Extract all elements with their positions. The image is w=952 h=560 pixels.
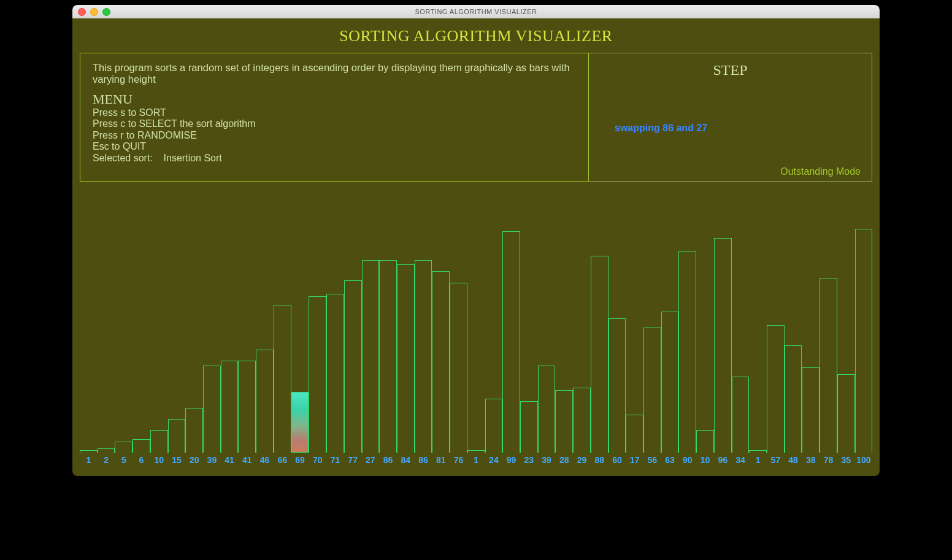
chart-col [432,271,450,453]
chart-col [573,388,591,453]
step-heading: STEP [601,62,859,79]
chart-bar [591,256,608,453]
chart-col [749,450,767,453]
chart-bar-label: 39 [538,455,556,465]
chart-bar [538,366,556,453]
chart-bar-label: 70 [309,455,326,465]
chart: 1256101520394141466669707177278684868176… [80,229,872,465]
chart-col [661,312,679,453]
menu-lines: Press s to SORT Press c to SELECT the so… [93,107,576,164]
chart-col [538,366,556,453]
step-message: swapping 86 and 27 [601,123,859,134]
chart-col [643,328,661,453]
chart-bar [855,229,873,453]
chart-col [238,361,256,453]
chart-bar-label: 46 [256,455,274,465]
chart-bar-label: 60 [608,455,626,465]
chart-bar [626,415,643,453]
chart-bar [185,408,203,453]
chart-bar [732,377,750,453]
chart-bar [291,392,309,453]
window-title: SORTING ALGORITHM VISUALIZER [72,8,880,15]
menu-line-randomise: Press r to RANDOMISE [93,130,576,141]
menu-heading: MENU [93,91,576,107]
chart-bar-label: 38 [802,455,820,465]
chart-col [379,260,397,453]
chart-bar [450,283,467,453]
chart-col [767,325,785,453]
chart-bar-label: 29 [573,455,591,465]
chart-bar-label: 76 [450,455,467,465]
chart-col [626,415,643,453]
chart-bar-label: 2 [98,455,115,465]
chart-col [150,430,168,453]
chart-bar-label: 35 [837,455,855,465]
chart-bar-label: 27 [362,455,380,465]
menu-panel: This program sorts a random set of integ… [80,53,589,182]
chart-col [502,231,520,453]
chart-col [608,318,626,453]
chart-bar-label: 15 [168,455,186,465]
chart-bar [785,345,802,453]
chart-bar-label: 66 [274,455,291,465]
chart-bar [326,294,344,453]
titlebar: SORTING ALGORITHM VISUALIZER [72,5,880,18]
app-title: SORTING ALGORITHM VISUALIZER [72,18,880,45]
chart-col [696,430,714,453]
chart-bar [344,280,362,453]
chart-bar [573,388,591,453]
chart-bar-label: 84 [397,455,415,465]
chart-col [80,450,98,453]
chart-col [185,408,203,453]
chart-col [309,296,326,453]
chart-col [855,229,873,453]
chart-col [450,283,467,453]
chart-col [256,350,274,453]
chart-bar-label: 48 [785,455,802,465]
chart-col [203,366,221,453]
chart-bar-label: 10 [150,455,168,465]
chart-bar [608,318,626,453]
chart-bar-label: 20 [185,455,203,465]
chart-bar-label: 5 [115,455,132,465]
chart-col [415,260,432,453]
info-panels: This program sorts a random set of integ… [80,53,872,182]
menu-line-quit: Esc to QUIT [93,141,576,152]
chart-bar-label: 41 [221,455,239,465]
chart-col [168,419,186,453]
chart-bar [696,430,714,453]
chart-bar [397,264,415,453]
chart-bar-label: 34 [732,455,750,465]
chart-bar [362,260,380,453]
chart-bar [256,350,274,453]
chart-bar [485,399,503,453]
chart-bar-label: 86 [379,455,397,465]
chart-col [485,399,503,453]
chart-col [837,374,855,453]
chart-bar [643,328,661,453]
chart-col [274,305,291,453]
app-stage: SORTING ALGORITHM VISUALIZER This progra… [72,18,880,476]
chart-bar [221,361,239,453]
chart-bar-label: 77 [344,455,362,465]
chart-bar-label: 100 [855,455,873,465]
chart-bar-label: 1 [467,455,485,465]
chart-bar [520,401,538,453]
chart-bar-label: 88 [591,455,608,465]
chart-bar-label: 86 [415,455,432,465]
chart-bar [203,366,221,453]
chart-col [467,450,485,453]
chart-bar-label: 17 [626,455,643,465]
chart-bar-label: 41 [238,455,256,465]
chart-bar-label: 10 [696,455,714,465]
chart-bar-label: 78 [820,455,837,465]
chart-col [221,361,239,453]
chart-bar [274,305,291,453]
chart-bar [837,374,855,453]
chart-bar [502,231,520,453]
chart-col [802,367,820,453]
chart-col [714,238,732,453]
chart-col [132,439,150,453]
chart-bar-label: 57 [767,455,785,465]
chart-bars [80,229,872,453]
